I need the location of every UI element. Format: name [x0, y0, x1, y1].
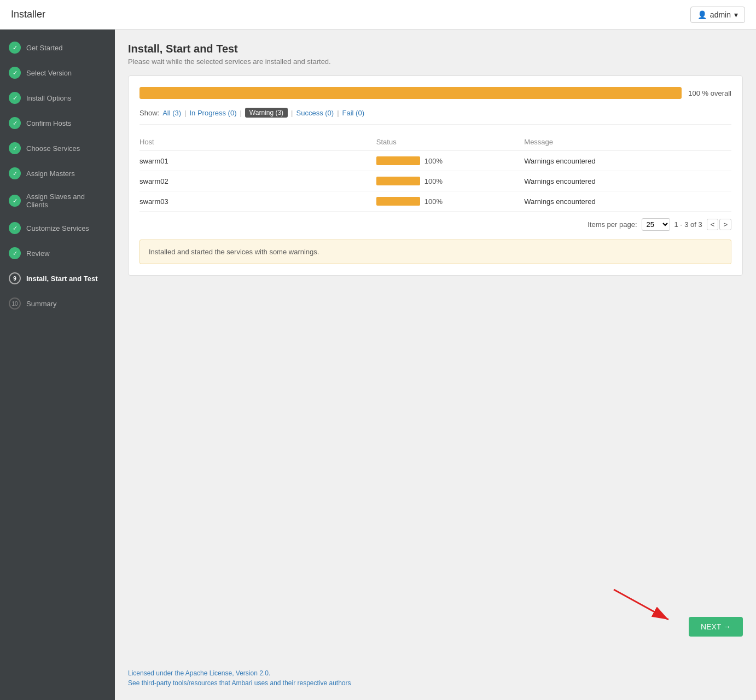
- sidebar-item-summary[interactable]: 10Summary: [0, 291, 115, 316]
- status-pct-1: 100%: [424, 177, 443, 185]
- status-pct-0: 100%: [424, 157, 443, 165]
- status-bar-2: [376, 197, 420, 206]
- table-row: swarm03 100% Warnings encountered: [139, 191, 731, 212]
- main-layout: ✓Get Started✓Select Version✓Install Opti…: [0, 0, 756, 700]
- host-status-1: 100%: [376, 171, 525, 191]
- host-name-2: swarm03: [139, 191, 376, 212]
- filter-sep-4: |: [337, 109, 339, 117]
- col-header-status: Status: [376, 133, 525, 151]
- main-content: Install, Start and Test Please wait whil…: [115, 30, 756, 611]
- filter-row: Show: All (3) | In Progress (0) | Warnin…: [139, 108, 731, 125]
- sidebar-item-assign-slaves[interactable]: ✓Assign Slaves and Clients: [0, 186, 115, 215]
- step-icon-summary: 10: [9, 298, 21, 310]
- admin-label: admin: [710, 10, 731, 19]
- header: Installer 👤 admin ▾: [0, 0, 756, 30]
- progress-label: 100 % overall: [688, 89, 731, 97]
- step-icon-customize-services: ✓: [9, 222, 21, 234]
- per-page-select[interactable]: 25 50 100: [642, 218, 670, 231]
- host-status-2: 100%: [376, 191, 525, 212]
- col-header-host: Host: [139, 133, 376, 151]
- footer: Licensed under the Apache License, Versi…: [115, 648, 756, 700]
- warning-box: Installed and started the services with …: [139, 240, 731, 264]
- app-title: Installer: [11, 9, 45, 20]
- items-per-page-label: Items per page:: [588, 220, 637, 229]
- sidebar-label-install-start-test: Install, Start and Test: [26, 275, 98, 283]
- sidebar-label-customize-services: Customize Services: [26, 224, 89, 232]
- filter-all[interactable]: All (3): [162, 109, 181, 117]
- sidebar-item-review[interactable]: ✓Review: [0, 241, 115, 266]
- host-name-0: swarm01: [139, 151, 376, 171]
- warning-message: Installed and started the services with …: [149, 248, 319, 256]
- sidebar-label-assign-slaves: Assign Slaves and Clients: [26, 192, 106, 209]
- filter-fail[interactable]: Fail (0): [342, 109, 364, 117]
- step-icon-install-start-test: 9: [9, 272, 21, 284]
- show-label: Show:: [139, 109, 159, 117]
- sidebar-label-select-version: Select Version: [26, 69, 72, 77]
- sidebar-item-assign-masters[interactable]: ✓Assign Masters: [0, 161, 115, 186]
- sidebar-item-customize-services[interactable]: ✓Customize Services: [0, 215, 115, 241]
- col-header-message: Message: [524, 133, 731, 151]
- sidebar-item-choose-services[interactable]: ✓Choose Services: [0, 136, 115, 161]
- filter-warning-active[interactable]: Warning (3): [245, 108, 288, 118]
- table-row: swarm01 100% Warnings encountered: [139, 151, 731, 171]
- sidebar-item-confirm-hosts[interactable]: ✓Confirm Hosts: [0, 110, 115, 136]
- next-button[interactable]: NEXT →: [689, 617, 743, 637]
- filter-sep-2: |: [240, 109, 241, 117]
- step-icon-choose-services: ✓: [9, 142, 21, 154]
- sidebar-item-select-version[interactable]: ✓Select Version: [0, 60, 115, 85]
- sidebar-label-review: Review: [26, 249, 50, 258]
- host-message-2: Warnings encountered: [524, 191, 731, 212]
- sidebar-label-summary: Summary: [26, 300, 57, 308]
- install-card: 100 % overall Show: All (3) | In Progres…: [128, 75, 743, 276]
- page-title: Install, Start and Test: [128, 43, 743, 55]
- host-status-0: 100%: [376, 151, 525, 171]
- progress-row: 100 % overall: [139, 87, 731, 99]
- sidebar-item-install-start-test[interactable]: 9Install, Start and Test: [0, 266, 115, 291]
- step-icon-confirm-hosts: ✓: [9, 117, 21, 129]
- step-icon-assign-masters: ✓: [9, 167, 21, 179]
- status-bar-1: [376, 177, 420, 185]
- step-icon-assign-slaves: ✓: [9, 195, 21, 207]
- hosts-table: Host Status Message swarm01 100% Warning…: [139, 133, 731, 212]
- footer-line2: See third-party tools/resources that Amb…: [128, 679, 743, 687]
- sidebar-label-confirm-hosts: Confirm Hosts: [26, 119, 71, 127]
- filter-in-progress[interactable]: In Progress (0): [189, 109, 236, 117]
- admin-menu-button[interactable]: 👤 admin ▾: [690, 7, 745, 23]
- page-nav: < >: [707, 219, 731, 230]
- step-icon-select-version: ✓: [9, 67, 21, 79]
- dropdown-icon: ▾: [734, 10, 738, 19]
- page-subtitle: Please wait while the selected services …: [128, 57, 743, 66]
- footer-line1: Licensed under the Apache License, Versi…: [128, 669, 743, 677]
- sidebar-label-get-started: Get Started: [26, 44, 62, 52]
- status-bar-0: [376, 156, 420, 165]
- sidebar-label-assign-masters: Assign Masters: [26, 170, 75, 178]
- next-page-button[interactable]: >: [719, 219, 731, 230]
- status-pct-2: 100%: [424, 197, 443, 206]
- table-row: swarm02 100% Warnings encountered: [139, 171, 731, 191]
- sidebar-item-get-started[interactable]: ✓Get Started: [0, 35, 115, 60]
- pagination-row: Items per page: 25 50 100 1 - 3 of 3 < >: [139, 218, 731, 231]
- sidebar-label-choose-services: Choose Services: [26, 144, 80, 153]
- step-icon-review: ✓: [9, 247, 21, 259]
- filter-success[interactable]: Success (0): [296, 109, 334, 117]
- user-icon: 👤: [697, 10, 707, 19]
- filter-sep-1: |: [184, 109, 186, 117]
- page-range-label: 1 - 3 of 3: [674, 220, 702, 229]
- host-message-1: Warnings encountered: [524, 171, 731, 191]
- prev-page-button[interactable]: <: [707, 219, 719, 230]
- step-icon-install-options: ✓: [9, 92, 21, 104]
- host-name-1: swarm02: [139, 171, 376, 191]
- progress-bar-fill: [139, 87, 682, 99]
- sidebar: ✓Get Started✓Select Version✓Install Opti…: [0, 30, 115, 700]
- filter-sep-3: |: [291, 109, 293, 117]
- step-icon-get-started: ✓: [9, 42, 21, 54]
- sidebar-item-install-options[interactable]: ✓Install Options: [0, 85, 115, 110]
- host-message-0: Warnings encountered: [524, 151, 731, 171]
- progress-bar-container: [139, 87, 682, 99]
- sidebar-label-install-options: Install Options: [26, 94, 71, 102]
